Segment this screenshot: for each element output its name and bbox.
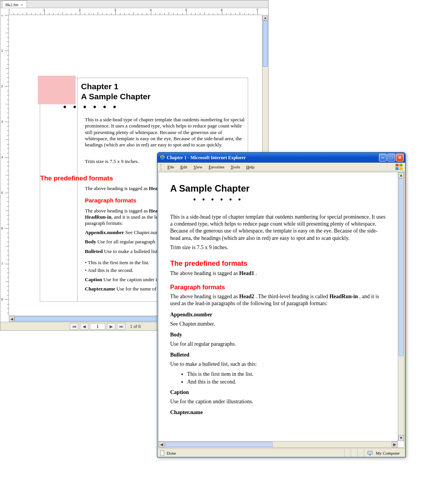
status-cell xyxy=(351,449,357,457)
heading-2: Paragraph formats xyxy=(85,197,136,204)
close-icon[interactable]: × xyxy=(20,2,23,7)
format-list-2: Caption Use for the caption under iChapt… xyxy=(85,277,157,296)
heading-1: The predefined formats xyxy=(40,175,113,182)
first-page-button[interactable]: ⏮ xyxy=(70,323,78,330)
scrollbar-thumb[interactable] xyxy=(165,442,273,447)
h2-note-1: The above heading is tagged as Hea xyxy=(85,208,157,214)
svg-rect-6 xyxy=(368,451,372,454)
vertical-ruler[interactable]: 012345678 xyxy=(0,15,9,316)
minimize-button[interactable]: – xyxy=(379,154,387,161)
list-item: • And this is the second. xyxy=(85,267,149,273)
h1-note: The above heading is tagged as Hea xyxy=(85,185,157,192)
vertical-scrollbar[interactable]: ▲ ▼ xyxy=(398,172,404,441)
scrollbar-thumb[interactable] xyxy=(399,178,404,356)
html-page[interactable]: A Sample Chapter • • • • • • This is a s… xyxy=(159,172,398,441)
scroll-right-button[interactable]: ▶ xyxy=(392,442,398,447)
ruler-number: 4 xyxy=(1,155,3,159)
document-tab-label: Bk2.fm xyxy=(5,2,18,7)
format-row: Body Use for all regular paragraph xyxy=(85,239,160,245)
scroll-up-button[interactable]: ▲ xyxy=(262,15,268,20)
status-cell xyxy=(344,449,351,457)
prev-page-button[interactable]: ◀ xyxy=(80,323,88,330)
ruler-number: 6 xyxy=(1,226,3,230)
ruler-number: 0 xyxy=(1,15,3,17)
svg-rect-3 xyxy=(396,167,399,170)
trim-size: Trim size is 7.5 x 9 inches. xyxy=(85,158,139,165)
window-title: Chapter 1 - Microsoft Internet Explorer xyxy=(167,155,379,161)
document-tab[interactable]: Bk2.fm × xyxy=(2,0,27,8)
ruler-number: 5 xyxy=(1,191,3,195)
decorative-dots: • • • • • • xyxy=(63,102,118,112)
page-title: A Sample Chapter xyxy=(170,183,386,194)
format-row: Caption Use for the caption under i xyxy=(85,277,157,283)
horizontal-ruler[interactable]: 01234567 xyxy=(9,8,262,15)
definition-term: Bulleted xyxy=(170,352,386,358)
status-text: Done xyxy=(167,451,176,455)
format-row: Chapter.name Use for the name of xyxy=(85,286,157,292)
windows-logo-icon xyxy=(395,163,403,170)
svg-rect-4 xyxy=(399,167,402,170)
svg-rect-7 xyxy=(369,455,371,455)
titlebar[interactable]: Chapter 1 - Microsoft Internet Explorer … xyxy=(157,153,405,163)
menu-tools[interactable]: Tools xyxy=(228,164,243,170)
scrollbar-thumb[interactable] xyxy=(263,20,268,67)
format-list: Appendix.number See Chapter.numBody Use … xyxy=(85,229,160,258)
format-row: Appendix.number See Chapter.num xyxy=(85,229,160,236)
h2-note-2: HeadRun-in, and it is used as the le xyxy=(85,214,158,220)
menu-favorites[interactable]: Favorites xyxy=(206,164,228,170)
close-button[interactable]: × xyxy=(396,154,404,161)
h2-note-3: paragraph formats: xyxy=(85,220,123,226)
menu-file[interactable]: File xyxy=(164,164,177,170)
menu-edit[interactable]: Edit xyxy=(177,164,190,170)
heading-1: The predefined formats xyxy=(170,260,386,268)
page-number-input[interactable] xyxy=(90,323,105,329)
menubar: FileEditViewFavoritesToolsHelp xyxy=(157,163,405,171)
scroll-up-button[interactable]: ▲ xyxy=(398,172,404,178)
ruler-number: 1 xyxy=(1,49,3,53)
heading-2: Paragraph formats xyxy=(170,284,386,291)
ruler-number: 8 xyxy=(1,297,3,301)
scroll-left-button[interactable]: ◀ xyxy=(9,316,14,322)
document-tabbar: Bk2.fm × xyxy=(0,0,268,8)
next-page-button[interactable]: ▶ xyxy=(107,323,115,330)
definition-desc: Use for the caption under illustrations. xyxy=(170,398,386,405)
page-icon xyxy=(160,450,165,456)
scroll-down-button[interactable]: ▼ xyxy=(398,435,404,441)
status-cell xyxy=(357,449,364,457)
ruler-number: 3 xyxy=(1,120,3,124)
intro-paragraph: This is a side-head type of chapter temp… xyxy=(85,117,245,148)
definition-term: Body xyxy=(170,331,386,338)
definition-term: Caption xyxy=(170,389,386,396)
statusbar: Done My Computer xyxy=(157,448,405,457)
definition-list: Appendix.numberSee Chapter.number.BodyUs… xyxy=(170,311,386,368)
definition-desc: Use for all regular paragraphs. xyxy=(170,341,386,348)
decorative-dots: • • • • • • xyxy=(193,195,386,204)
menu-help[interactable]: Help xyxy=(243,164,257,170)
h1-note: The above heading is tagged as Head1 . xyxy=(170,270,386,277)
horizontal-scrollbar[interactable]: ◀ ▶ xyxy=(159,441,398,447)
chapter-title: A Sample Chapter xyxy=(81,92,150,101)
page-count: 1 of 6 xyxy=(130,324,141,329)
list-item: • This is the first item in the list. xyxy=(85,260,149,266)
bullet-list: • This is the first item in the list.• A… xyxy=(85,260,149,275)
bullet-list: This is the first item in the list.And t… xyxy=(187,371,386,385)
menu-view[interactable]: View xyxy=(190,164,205,170)
ie-icon xyxy=(160,155,165,160)
maximize-button[interactable]: □ xyxy=(387,154,395,161)
trim-size: Trim size is 7.5 x 9 inches. xyxy=(170,244,386,251)
computer-icon xyxy=(367,450,373,456)
chapter-number: Chapter 1 xyxy=(81,82,118,91)
definition-desc: Use to make a bulleted list, such as thi… xyxy=(170,361,386,368)
list-item: This is the first item in the list. xyxy=(187,371,386,377)
menubar-grip-icon[interactable] xyxy=(161,164,162,170)
ruler-number: 7 xyxy=(1,262,3,266)
last-page-button[interactable]: ⏭ xyxy=(117,323,125,330)
definition-list-2: CaptionUse for the caption under illustr… xyxy=(170,389,386,416)
scroll-left-button[interactable]: ◀ xyxy=(159,442,165,447)
status-zone: My Computer xyxy=(364,449,403,457)
definition-desc: See Chapter.number. xyxy=(170,321,386,328)
definition-term: Chapter.name xyxy=(170,409,386,416)
svg-rect-1 xyxy=(396,164,399,166)
highlight-block xyxy=(38,76,76,104)
ruler-number: 2 xyxy=(1,84,3,88)
